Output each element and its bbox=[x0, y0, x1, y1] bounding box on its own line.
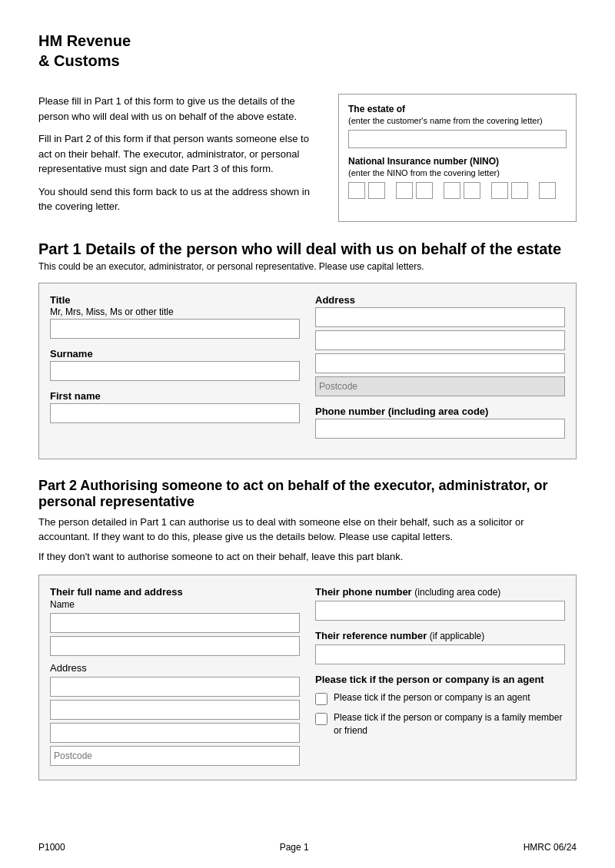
surname-label: Surname bbox=[50, 348, 300, 359]
part2-address-section: Address bbox=[50, 662, 300, 766]
address-line-3[interactable] bbox=[315, 353, 565, 373]
part2-phone-field: Their phone number (including area code) bbox=[315, 586, 565, 621]
agent-option-1-label: Please tick if the person or company is … bbox=[334, 691, 530, 704]
nino-box-3[interactable] bbox=[396, 182, 413, 199]
address-label: Address bbox=[315, 294, 565, 306]
agent-checkbox-2[interactable] bbox=[315, 713, 327, 725]
part2-address-line-1[interactable] bbox=[50, 677, 300, 697]
address-field: Address bbox=[315, 294, 565, 396]
intro-box: The estate of (enter the customer's name… bbox=[338, 94, 577, 222]
nino-box-6[interactable] bbox=[464, 182, 480, 199]
nino-box-1[interactable] bbox=[348, 182, 365, 199]
part2-phone-label: Their phone number (including area code) bbox=[315, 586, 565, 598]
agent-checkbox-1[interactable] bbox=[315, 693, 327, 705]
part2-right-col: Their phone number (including area code)… bbox=[315, 586, 565, 769]
part1-right-col: Address Phone number (including area cod… bbox=[315, 294, 565, 448]
part2-grid: Their full name and address Name Address… bbox=[50, 586, 565, 769]
postcode-input[interactable] bbox=[315, 376, 565, 396]
nino-box-4[interactable] bbox=[416, 182, 433, 199]
title-input[interactable] bbox=[50, 319, 300, 339]
part2-title: Part 2 Authorising someone to act on beh… bbox=[38, 478, 577, 510]
address-fields bbox=[315, 307, 565, 396]
intro-paragraph-3: You should send this form back to us at … bbox=[38, 184, 323, 214]
agent-section: Please tick if the person or company is … bbox=[315, 674, 565, 737]
title-field: Title Mr, Mrs, Miss, Ms or other title bbox=[50, 294, 300, 339]
agent-option-2-label: Please tick if the person or company is … bbox=[334, 711, 565, 737]
intro-text: Please fill in Part 1 of this form to gi… bbox=[38, 94, 323, 222]
part1-form-grid: Title Mr, Mrs, Miss, Ms or other title S… bbox=[50, 294, 565, 448]
part2-ref-label: Their reference number (if applicable) bbox=[315, 630, 565, 641]
address-line-2[interactable] bbox=[315, 330, 565, 350]
nino-box-5[interactable] bbox=[444, 182, 460, 199]
part1-subtitle: This could be an executor, administrator… bbox=[38, 261, 577, 272]
part2-ref-input[interactable] bbox=[315, 644, 565, 664]
hmrc-code: HMRC 06/24 bbox=[524, 842, 577, 853]
nino-row bbox=[348, 182, 567, 199]
agent-option-2: Please tick if the person or company is … bbox=[315, 711, 565, 737]
part2-name-input[interactable] bbox=[50, 613, 300, 633]
full-name-address-label: Their full name and address bbox=[50, 586, 300, 598]
intro-section: Please fill in Part 1 of this form to gi… bbox=[38, 94, 577, 222]
estate-of-label: The estate of bbox=[348, 104, 567, 114]
nino-label: National Insurance number (NINO) bbox=[348, 156, 567, 167]
surname-field: Surname bbox=[50, 348, 300, 381]
title-label: Title Mr, Mrs, Miss, Ms or other title bbox=[50, 294, 300, 317]
hmrc-logo: HM Revenue & Customs bbox=[38, 31, 577, 71]
nino-sublabel: (enter the NINO from the covering letter… bbox=[348, 168, 567, 177]
part2-phone-input[interactable] bbox=[315, 601, 565, 621]
nino-box-8[interactable] bbox=[511, 182, 528, 199]
part1-left-col: Title Mr, Mrs, Miss, Ms or other title S… bbox=[50, 294, 300, 448]
part2-desc-1: The person detailed in Part 1 can author… bbox=[38, 515, 577, 545]
firstname-field: First name bbox=[50, 390, 300, 423]
nino-box-7[interactable] bbox=[491, 182, 508, 199]
part2-name-input-2[interactable] bbox=[50, 636, 300, 656]
firstname-input[interactable] bbox=[50, 403, 300, 423]
estate-name-input[interactable] bbox=[348, 130, 567, 148]
estate-of-sublabel: (enter the customer's name from the cove… bbox=[348, 116, 567, 125]
part1-form-box: Title Mr, Mrs, Miss, Ms or other title S… bbox=[38, 283, 577, 459]
intro-paragraph-2: Fill in Part 2 of this form if that pers… bbox=[38, 131, 323, 177]
part2-address-label: Address bbox=[50, 662, 300, 674]
page-label: Page 1 bbox=[280, 842, 309, 853]
part2-ref-field: Their reference number (if applicable) bbox=[315, 630, 565, 664]
part2-address-line-2[interactable] bbox=[50, 700, 300, 720]
intro-paragraph-1: Please fill in Part 1 of this form to gi… bbox=[38, 94, 323, 124]
phone-input[interactable] bbox=[315, 419, 565, 439]
nino-box-2[interactable] bbox=[368, 182, 385, 199]
firstname-label: First name bbox=[50, 390, 300, 402]
footer: P1000 Page 1 HMRC 06/24 bbox=[38, 842, 577, 853]
agent-title: Please tick if the person or company is … bbox=[315, 674, 565, 685]
part2-address-line-3[interactable] bbox=[50, 723, 300, 743]
address-line-1[interactable] bbox=[315, 307, 565, 327]
agent-option-1: Please tick if the person or company is … bbox=[315, 691, 565, 705]
part2-postcode-input[interactable] bbox=[50, 746, 300, 766]
part2-desc-2: If they don't want to authorise someone … bbox=[38, 549, 577, 565]
nino-box-9[interactable] bbox=[539, 182, 556, 199]
part2-description: The person detailed in Part 1 can author… bbox=[38, 515, 577, 565]
part2-form-box: Their full name and address Name Address… bbox=[38, 575, 577, 780]
part1-title: Part 1 Details of the person who will de… bbox=[38, 240, 577, 258]
name-label: Name bbox=[50, 599, 300, 610]
part2-left-col: Their full name and address Name Address bbox=[50, 586, 300, 769]
form-code: P1000 bbox=[38, 842, 65, 853]
phone-field: Phone number (including area code) bbox=[315, 406, 565, 439]
surname-input[interactable] bbox=[50, 361, 300, 381]
phone-label: Phone number (including area code) bbox=[315, 406, 565, 417]
